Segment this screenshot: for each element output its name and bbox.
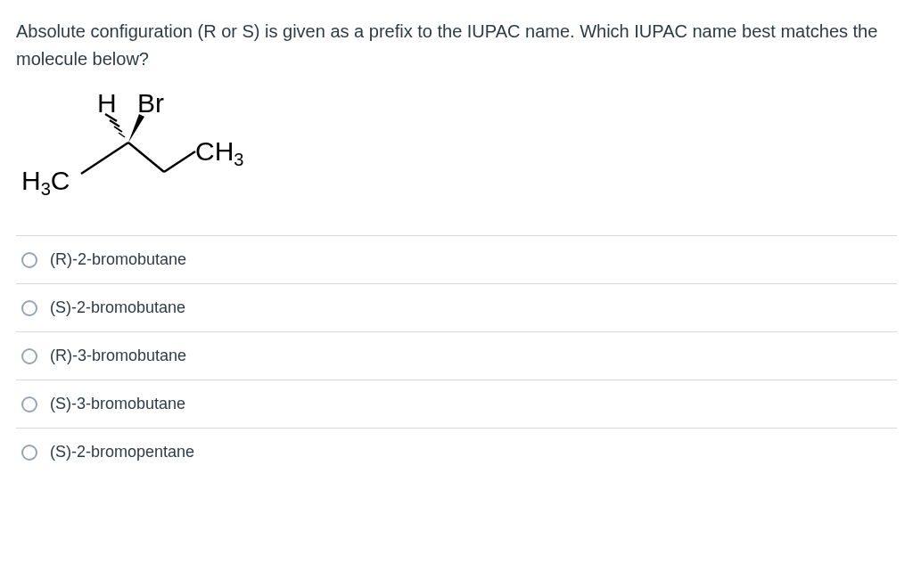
option-label: (S)-2-bromobutane	[50, 298, 185, 317]
bond-right-down	[128, 143, 164, 172]
atom-br: Br	[137, 88, 164, 118]
question-text: Absolute configuration (R or S) is given…	[16, 18, 897, 73]
radio-icon[interactable]	[21, 300, 37, 316]
option-label: (S)-3-bromobutane	[50, 395, 185, 413]
bond-left-down	[81, 143, 128, 174]
atom-h-top: H	[97, 88, 117, 118]
option-label: (S)-2-bromopentane	[50, 443, 194, 461]
option-label: (R)-3-bromobutane	[50, 347, 186, 365]
svg-line-2	[110, 120, 119, 127]
option-row[interactable]: (R)-3-bromobutane	[16, 332, 897, 380]
atom-ch3-right: CH3	[195, 136, 243, 169]
radio-icon[interactable]	[21, 348, 37, 364]
option-row[interactable]: (S)-2-bromopentane	[16, 429, 897, 476]
options-list: (R)-2-bromobutane (S)-2-bromobutane (R)-…	[16, 235, 897, 476]
option-row[interactable]: (S)-2-bromobutane	[16, 284, 897, 332]
bond-right-up	[164, 151, 195, 172]
svg-line-1	[114, 127, 122, 132]
option-row[interactable]: (R)-2-bromobutane	[16, 236, 897, 284]
svg-line-0	[119, 133, 125, 137]
radio-icon[interactable]	[21, 445, 37, 461]
option-label: (R)-2-bromobutane	[50, 250, 186, 269]
atom-h3c-left: H3C	[21, 166, 70, 199]
option-row[interactable]: (S)-3-bromobutane	[16, 380, 897, 429]
bond-wedge	[128, 114, 144, 143]
molecule-structure: H Br CH3 H3C	[21, 87, 897, 216]
radio-icon[interactable]	[21, 252, 37, 268]
radio-icon[interactable]	[21, 396, 37, 412]
